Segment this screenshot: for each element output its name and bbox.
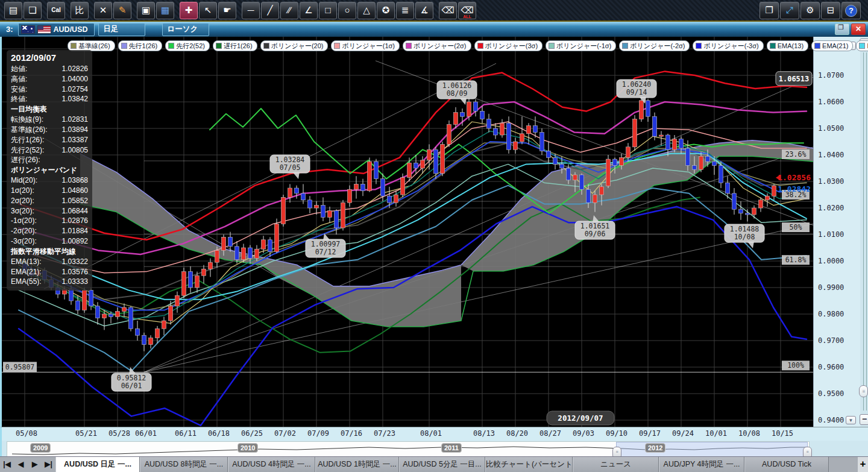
legend-swatch <box>168 43 174 49</box>
legend-EMA(21)[interactable]: EMA(21) <box>811 40 853 51</box>
zoom-out-button[interactable]: − <box>860 414 868 425</box>
legend-遅行1(26)[interactable]: 遅行1(26) <box>213 40 257 51</box>
legend-label: ボリンジャー(-3σ) <box>703 42 758 51</box>
date-axis-label: 08/20 <box>506 429 528 438</box>
tab-nav-arrow-3[interactable]: ▶| <box>42 457 55 472</box>
navigator-strip[interactable]: ≡≡2009201020112012 <box>7 441 810 457</box>
date-axis-label: 08/27 <box>539 429 561 438</box>
eraser-all-icon[interactable]: ⌫ALL <box>458 2 476 19</box>
tab-ニュース[interactable]: ニュース <box>573 457 659 472</box>
legend-ボリンジャー(3σ)[interactable]: ボリンジャー(3σ) <box>474 40 543 51</box>
hand-icon[interactable]: ☛ <box>218 2 236 19</box>
scroll-down-button[interactable]: ▼ <box>846 416 856 424</box>
compare-icon[interactable]: 比 <box>71 2 89 19</box>
gann-draw-icon[interactable]: ✪ <box>377 2 395 19</box>
tab-nav-arrow-2[interactable]: ▶ <box>28 457 42 472</box>
tab-AUD/USD 日足 一...[interactable]: AUD/USD 日足 一... <box>55 457 140 472</box>
fib-label: 23.6% <box>782 149 810 159</box>
cursor-icon[interactable]: ↖ <box>199 2 217 19</box>
legend-ボリンジャー(2σ)[interactable]: ボリンジャー(2σ) <box>403 40 471 51</box>
print-icon[interactable]: ⊟ <box>821 2 840 19</box>
tab-AUD/USD Tick[interactable]: AUD/USD Tick <box>744 457 829 472</box>
info-section-header: ボリンジャーバンド <box>11 165 88 175</box>
legend-先行1(26)[interactable]: 先行1(26) <box>118 40 163 51</box>
date-axis-label: 07/02 <box>274 429 296 438</box>
legend-swatch <box>696 43 702 49</box>
ellipse-draw-icon[interactable]: ○ <box>338 2 356 19</box>
gear-icon[interactable]: ⚙ <box>800 2 820 19</box>
help-icon[interactable]: ? <box>841 2 861 19</box>
save-icon[interactable]: ▦ <box>156 2 174 19</box>
trendline-draw-icon[interactable]: ╱ <box>261 2 279 19</box>
symbol-selector[interactable]: AUD/USD <box>18 23 95 36</box>
eraser-icon[interactable]: ⌫ <box>439 2 457 19</box>
pencil-icon[interactable]: ✎ <box>113 2 131 19</box>
fan-draw-icon[interactable]: ∡ <box>415 2 433 19</box>
info-row: -2σ(20):1.01884 <box>11 226 88 236</box>
chart-area[interactable]: 1.0612608/091.0624009/141.0328407/051.00… <box>0 37 868 427</box>
close-window-button[interactable]: ✕ <box>851 24 866 35</box>
tab-AUD/USD 5分足 一目...[interactable]: AUD/USD 5分足 一目... <box>399 457 485 472</box>
tab-nav-arrow-1[interactable]: ◀ <box>14 457 28 472</box>
price-axis-label: 1.0400 <box>818 151 844 159</box>
price-axis-label: 1.0100 <box>818 230 844 239</box>
timeframe-label: 日足 <box>104 24 119 34</box>
legend-label: 基準線(26) <box>78 42 110 51</box>
price-axis-label: 1.0500 <box>818 124 844 133</box>
legend-swatch <box>263 43 269 49</box>
legend-ボリンジャー(-1σ)[interactable]: ボリンジャー(-1σ) <box>546 40 616 51</box>
rectangle-draw-icon[interactable]: □ <box>319 2 337 19</box>
legend-swatch <box>549 43 555 49</box>
new-chart-icon[interactable]: ❏ <box>24 2 42 19</box>
legend-swatch <box>334 43 340 49</box>
legend-swatch <box>477 43 483 49</box>
parallel-line-draw-icon[interactable]: ∕∕ <box>280 2 298 19</box>
legend-swatch <box>216 43 222 49</box>
legend-label: ボリンジャー(20) <box>271 42 324 51</box>
angle-draw-icon[interactable]: ∠ <box>300 2 318 19</box>
tab-AUD/USD 1時間足 一...[interactable]: AUD/USD 1時間足 一... <box>315 457 399 472</box>
legend-EMA(13)[interactable]: EMA(13) <box>767 40 808 51</box>
restore-window-button[interactable] <box>835 24 849 35</box>
tab-nav-arrow-0[interactable]: |◀ <box>0 457 14 472</box>
chart-settings-icon[interactable]: ▣ <box>137 2 155 19</box>
legend-swatch <box>770 43 776 49</box>
price-scroll-strip[interactable] <box>860 37 868 427</box>
crosshair-icon[interactable]: ✚ <box>180 2 198 19</box>
tab-AUD/JPY 4時間足 一...[interactable]: AUD/JPY 4時間足 一... <box>659 457 744 472</box>
legend-ボリンジャー(1σ)[interactable]: ボリンジャー(1σ) <box>331 40 400 51</box>
legend-swatch <box>406 43 412 49</box>
chart-canvas[interactable]: 1.0612608/091.0624009/141.0328407/051.00… <box>2 37 813 427</box>
legend-ボリンジャー(20)[interactable]: ボリンジャー(20) <box>260 40 329 51</box>
info-section-header: 一目均衡表 <box>11 104 88 115</box>
account-list-icon[interactable]: ▤ <box>4 2 22 19</box>
main-toolbar: ▤❏Cal比✕✎▣▦✚↖☛─╱∕∕∠□○△✪≣∡⌫⌫ALL❐⤢⚙⊟? <box>0 0 868 22</box>
fibonacci-draw-icon[interactable]: ≣ <box>396 2 414 19</box>
timeframe-dropdown[interactable]: 日足 <box>98 23 145 36</box>
chart-tab-bar: |◀◀▶▶|AUD/USD 日足 一...AUD/USD 8時間足 一...AU… <box>0 456 868 472</box>
fib-label: 61.8% <box>782 255 810 265</box>
calendar-icon[interactable]: Cal <box>47 2 65 19</box>
tab-AUD/USD 8時間足 一...[interactable]: AUD/USD 8時間足 一... <box>140 457 228 472</box>
info-row: EMA(21):1.03576 <box>11 267 88 277</box>
tab-AUD/USD 4時間足 一...[interactable]: AUD/USD 4時間足 一... <box>228 457 315 472</box>
price-axis[interactable]: 1.08001.07001.06001.05001.04001.03001.02… <box>813 37 861 427</box>
history-navigator[interactable]: ≡≡2009201020112012 <box>0 441 868 456</box>
svg-text:50%: 50% <box>790 223 802 231</box>
add-tab-button[interactable]: + <box>858 457 868 472</box>
legend-ボリンジャー(-2σ)[interactable]: ボリンジャー(-2σ) <box>619 40 690 51</box>
tab-比較チャート(パーセント...[interactable]: 比較チャート(パーセント... <box>485 457 573 472</box>
legend-ボリンジャー(-3σ)[interactable]: ボリンジャー(-3σ) <box>693 40 763 51</box>
hline-draw-icon[interactable]: ─ <box>242 2 260 19</box>
triangle-draw-icon[interactable]: △ <box>357 2 376 19</box>
svg-text:09/14: 09/14 <box>626 88 647 96</box>
legend-EMA(55)[interactable]: EMA(55) <box>856 40 868 51</box>
expand-icon[interactable]: ⤢ <box>780 2 799 19</box>
object-select-icon[interactable]: ✕ <box>94 2 112 19</box>
price-scrollbar-track[interactable] <box>863 52 867 411</box>
price-scrollbar-handle[interactable]: ≡ <box>859 385 868 397</box>
chart-type-dropdown[interactable]: ローソク <box>162 23 209 36</box>
price-axis-label: 0.9400 <box>818 416 844 424</box>
legend-先行2(52)[interactable]: 先行2(52) <box>165 40 210 51</box>
windows-icon[interactable]: ❐ <box>760 2 779 19</box>
